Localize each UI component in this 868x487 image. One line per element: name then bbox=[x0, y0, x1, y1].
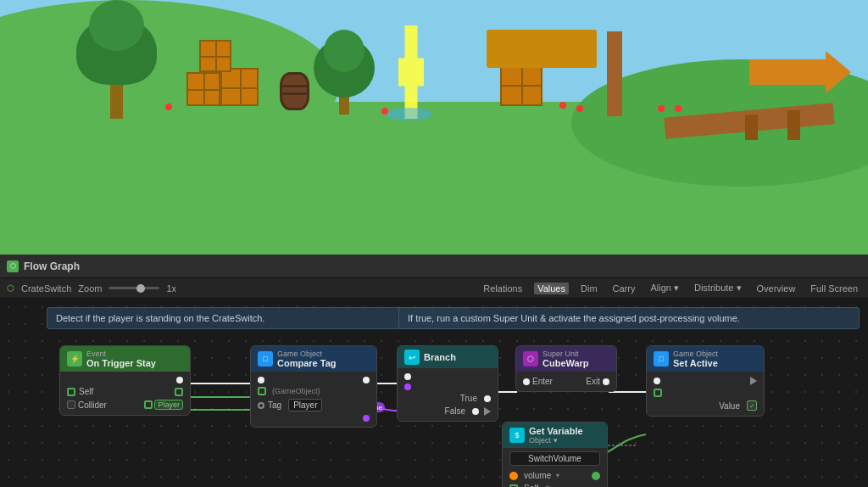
flow-canvas[interactable]: True Detect if the player is standing on… bbox=[0, 299, 868, 487]
compare-bool-row bbox=[258, 413, 370, 423]
zoom-thumb bbox=[136, 284, 145, 293]
set-active-header: □ Game Object Set Active bbox=[647, 346, 764, 372]
branch-flow-in bbox=[404, 373, 411, 380]
switch-volume-label: SwitchVolume bbox=[509, 451, 600, 466]
trigger-flow-out bbox=[176, 377, 183, 383]
super-unit-header: ⬡ Super Unit CubeWarp bbox=[516, 346, 616, 372]
toolbar: ⬡ CrateSwitch Zoom 1x Relations Values D… bbox=[0, 278, 868, 299]
crate-left-1 bbox=[220, 68, 259, 106]
node-trigger-header: ⚡ Event On Trigger Stay bbox=[60, 346, 190, 372]
trigger-collider-row: Collider Player bbox=[67, 398, 183, 411]
branch-false-tri bbox=[484, 407, 491, 416]
collider-port-out bbox=[144, 400, 153, 409]
get-variable-title: Get Variable bbox=[529, 426, 583, 436]
zoom-value: 1x bbox=[166, 283, 176, 294]
branch-true-row: True bbox=[404, 392, 491, 405]
toolbar-distribute[interactable]: Distribute ▾ bbox=[691, 282, 745, 294]
get-variable-volume-row: volume ▾ bbox=[509, 469, 600, 482]
tree-top-left-2 bbox=[89, 0, 144, 51]
get-variable-header: $ Get Variable Object ▾ bbox=[503, 423, 607, 448]
volume-port-in bbox=[509, 472, 518, 480]
toolbar-fullscreen[interactable]: Full Screen bbox=[807, 283, 861, 294]
super-exit-out bbox=[603, 378, 609, 385]
branch-title: Branch bbox=[424, 352, 456, 362]
player-shadow bbox=[386, 108, 432, 120]
zoom-label: Zoom bbox=[78, 283, 102, 294]
compare-flow-row bbox=[258, 375, 370, 385]
self-port-get bbox=[509, 484, 518, 488]
flower-5 bbox=[675, 105, 682, 112]
flower-1 bbox=[165, 104, 172, 110]
breadcrumb[interactable]: CrateSwitch bbox=[21, 283, 71, 294]
branch-true-out bbox=[484, 395, 491, 402]
trigger-body: Self Collider Player bbox=[60, 372, 190, 415]
set-active-flow-row bbox=[654, 375, 757, 387]
get-variable-icon: $ bbox=[509, 428, 525, 443]
set-active-obj-row bbox=[654, 387, 757, 399]
super-unit-body: Enter Exit bbox=[516, 372, 616, 391]
set-active-checkbox[interactable]: ✓ bbox=[747, 400, 757, 411]
branch-condition-row bbox=[404, 382, 491, 392]
trigger-icon: ⚡ bbox=[67, 351, 82, 367]
toolbar-align[interactable]: Align ▾ bbox=[647, 282, 682, 294]
toolbar-dim[interactable]: Dim bbox=[577, 283, 601, 294]
breadcrumb-icon: ⬡ bbox=[7, 283, 14, 293]
branch-false-row: False bbox=[404, 405, 491, 417]
game-viewport bbox=[0, 0, 868, 255]
super-unit-icon: ⬡ bbox=[523, 351, 538, 367]
compare-tag-title: Compare Tag bbox=[277, 358, 336, 368]
bridge-support-2 bbox=[745, 115, 758, 140]
compare-obj-port bbox=[258, 387, 266, 395]
volume-port-out bbox=[592, 472, 600, 480]
self-port-out bbox=[175, 388, 183, 396]
toolbar-values[interactable]: Values bbox=[534, 283, 569, 294]
set-active-obj-port bbox=[654, 389, 662, 397]
collider-icon bbox=[67, 400, 75, 409]
set-active-value-row: Value ✓ bbox=[654, 399, 757, 412]
right-description: If true, run a custom Super Unit & activ… bbox=[398, 307, 860, 329]
compare-tag-icon: □ bbox=[258, 351, 273, 367]
crate-center-1 bbox=[500, 64, 542, 106]
get-variable-body: SwitchVolume volume ▾ Self ⊙ bbox=[503, 448, 607, 487]
sign-post-pole bbox=[607, 31, 622, 116]
compare-tag-body: (GameObject) Tag Player bbox=[251, 372, 376, 427]
flower-2 bbox=[381, 108, 388, 115]
toolbar-overview[interactable]: Overview bbox=[754, 283, 799, 294]
node-get-variable[interactable]: $ Get Variable Object ▾ SwitchVolume vol… bbox=[502, 422, 608, 487]
node-set-active[interactable]: □ Game Object Set Active Value ✓ bbox=[646, 345, 765, 417]
node-branch[interactable]: ↩ Branch True False bbox=[397, 345, 498, 422]
title-bar: ⬡ Flow Graph bbox=[0, 255, 868, 278]
branch-cond-in bbox=[404, 383, 411, 390]
node-compare-tag[interactable]: □ Game Object Compare Tag (GameObject) bbox=[250, 345, 377, 428]
branch-flow-in-row bbox=[404, 372, 491, 382]
toolbar-right: Relations Values Dim Carry Align ▾ Distr… bbox=[480, 282, 861, 294]
branch-header: ↩ Branch bbox=[398, 346, 498, 368]
volume-dropdown[interactable]: ▾ bbox=[556, 472, 559, 479]
super-unit-title: CubeWarp bbox=[542, 358, 589, 368]
super-enter-row: Enter Exit bbox=[523, 375, 609, 388]
tree-top-center-2 bbox=[324, 30, 364, 72]
toolbar-carry[interactable]: Carry bbox=[609, 283, 639, 294]
branch-body: True False bbox=[398, 368, 498, 421]
zoom-slider[interactable] bbox=[108, 287, 159, 289]
node-on-trigger-stay[interactable]: ⚡ Event On Trigger Stay Self bbox=[59, 345, 191, 416]
bridge-support-1 bbox=[787, 110, 800, 140]
trigger-flow-port bbox=[67, 375, 183, 385]
tag-value[interactable]: Player bbox=[288, 399, 322, 411]
compare-bool-out bbox=[363, 415, 370, 422]
branch-false-out bbox=[472, 408, 479, 415]
sign-post-board bbox=[487, 30, 597, 68]
set-active-flow-in bbox=[654, 378, 660, 384]
compare-tag-header: □ Game Object Compare Tag bbox=[251, 346, 376, 372]
compare-flow-out bbox=[363, 377, 370, 383]
trigger-title: On Trigger Stay bbox=[86, 358, 156, 368]
toolbar-relations[interactable]: Relations bbox=[480, 283, 526, 294]
player-badge: Player bbox=[154, 400, 183, 410]
get-variable-self-row: Self ⊙ bbox=[509, 482, 600, 487]
node-super-unit[interactable]: ⬡ Super Unit CubeWarp Enter Exit bbox=[515, 345, 617, 392]
crate-left-2 bbox=[186, 72, 220, 106]
flower-6 bbox=[658, 105, 665, 112]
set-active-title: Set Active bbox=[673, 358, 718, 368]
compare-tag-port bbox=[258, 402, 264, 409]
compare-tag-row: Tag Player bbox=[258, 397, 370, 413]
